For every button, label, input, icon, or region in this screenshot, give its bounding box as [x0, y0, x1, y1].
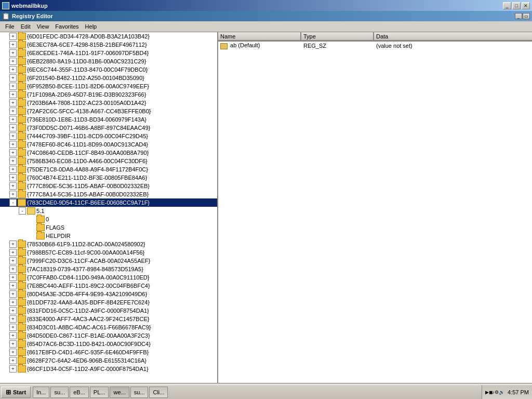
tree-item[interactable]: + {86CF1D34-0C5F-11D2-A9FC-0000F8754DA1} — [0, 365, 217, 373]
tree-expander[interactable]: + — [9, 49, 17, 57]
tree-expander[interactable]: + — [9, 265, 17, 273]
taskbar-item-3[interactable]: PL... — [90, 387, 109, 398]
tree-expander[interactable]: + — [9, 282, 17, 289]
tree-item[interactable]: + {834D3C01-A8BC-4DAC-AC61-F66B6678FAC9} — [0, 323, 217, 331]
tree-expander[interactable]: - — [9, 199, 17, 206]
tree-item[interactable]: + {71F1098A-2D69-45D7-B19E-D3B902323F66} — [0, 90, 217, 99]
tree-expander[interactable]: + — [9, 91, 17, 98]
tree-expander[interactable]: + — [9, 99, 17, 107]
tree-item[interactable]: + {777C89DE-5C36-11D5-ABAF-00B0D02332EB} — [0, 182, 217, 190]
tree-item[interactable]: + {73F0DD5C-D071-46B6-A8BF-897C84EAAC49} — [0, 124, 217, 132]
tree-expander[interactable]: + — [9, 33, 17, 40]
tree-expander[interactable]: + — [9, 182, 17, 190]
tree-expander[interactable]: + — [9, 290, 17, 298]
tree-expander[interactable]: + — [9, 166, 17, 173]
tree-item[interactable]: - 5.1 — [0, 207, 217, 215]
tree-expander[interactable]: + — [9, 241, 17, 248]
tree-item[interactable]: + {6E3EC78A-6CE7-4298-815B-21BEF4967112} — [0, 41, 217, 49]
tree-item[interactable]: + {74C08640-CEDB-11CF-8B49-00AA00B8A790} — [0, 149, 217, 157]
tree-expander[interactable]: + — [9, 307, 17, 314]
column-header-data[interactable]: Data — [374, 32, 532, 41]
tree-scroll[interactable]: + {6D01FEDC-8D34-4728-AD0B-B3A21A103B42}… — [0, 32, 217, 383]
tree-expander[interactable]: + — [9, 257, 17, 264]
tree-item[interactable]: + {7444C709-39BF-11D1-8CD9-00C04FC29D45} — [0, 132, 217, 140]
tree-item[interactable]: + {8628F27C-64A2-4ED6-906B-E6155314C16A} — [0, 356, 217, 365]
tree-item[interactable]: + {831FDD16-0C5C-11D2-A9FC-0000F8754DA1} — [0, 307, 217, 315]
tree-item[interactable]: + {8617E8FD-C4D1-46FC-935F-6E460D4F9FFB} — [0, 348, 217, 356]
tree-item[interactable]: + {7203B6A4-7808-11D2-AC23-00105A0D1A42} — [0, 99, 217, 107]
tree-item[interactable]: + {75DE71C8-0DA8-4A88-A9F4-84F1172B4F0C} — [0, 165, 217, 174]
minimize-button[interactable]: _ — [503, 2, 511, 9]
menu-favorites[interactable]: Favorites — [52, 22, 82, 31]
tree-expander[interactable]: + — [9, 324, 17, 331]
tree-expander[interactable]: + — [9, 141, 17, 148]
tree-expander[interactable]: + — [9, 332, 17, 339]
app-minimize-button[interactable]: _ — [515, 13, 522, 19]
tree-item[interactable]: + {854D7AC6-BC3D-11D0-B421-00A0C90F9DC4} — [0, 340, 217, 348]
menu-file[interactable]: File — [2, 22, 18, 31]
tree-item[interactable]: + {7AC18319-0739-4377-8984-848573D519A5} — [0, 265, 217, 273]
tree-expander[interactable]: + — [9, 274, 17, 281]
tree-item[interactable]: + {80D45A3E-3CD8-4FF4-9E99-43A2109049D6} — [0, 290, 217, 298]
tree-expander[interactable]: + — [9, 66, 17, 73]
tree-item[interactable]: + {78530B68-61F9-11D2-8CAD-00A024580902} — [0, 240, 217, 248]
menu-help[interactable]: Help — [82, 22, 100, 31]
tree-item[interactable]: - {783CD4E0-9D54-11CF-B6EE-00608CC9A71F} — [0, 198, 217, 207]
tree-expander[interactable]: + — [9, 249, 17, 256]
tree-item[interactable]: + {7C0FFAB0-CD84-11D0-949A-00A0C91110ED} — [0, 273, 217, 282]
menu-view[interactable]: View — [34, 22, 52, 31]
tree-item[interactable]: + {760C4B74-E211-11D2-BF3E-00805FBE84A6} — [0, 174, 217, 182]
tree-expander[interactable]: + — [9, 108, 17, 115]
tree-item[interactable]: + {6F201540-B482-11D2-A250-00104BD35090} — [0, 74, 217, 82]
tree-item[interactable]: + {736E810D-1E8E-11D3-BD34-0060979F143A} — [0, 115, 217, 124]
maximize-button[interactable]: □ — [512, 2, 521, 9]
tree-expander[interactable]: + — [9, 315, 17, 323]
tree-expander[interactable]: + — [9, 124, 17, 131]
tree-expander[interactable]: + — [9, 299, 17, 306]
app-restore-button[interactable]: ▭ — [523, 13, 530, 19]
taskbar-item-1[interactable]: su... — [50, 387, 69, 398]
column-header-type[interactable]: Type — [301, 32, 374, 41]
tree-expander[interactable]: - — [19, 207, 26, 215]
tree-item[interactable]: + {6F952B50-BCEE-11D1-82D6-00A0C9749EEF} — [0, 82, 217, 90]
tree-item[interactable]: + {84D50DE0-C867-11CF-B1AE-00AA00A3F2C3} — [0, 331, 217, 340]
tree-item[interactable]: + {6E8CEDE1-746A-11D1-91F7-006097DF5BD4} — [0, 49, 217, 57]
tree-item[interactable]: + {6EB22880-8A19-11D0-81B6-00A0C9231C29} — [0, 57, 217, 65]
tree-expander[interactable]: + — [9, 365, 17, 373]
tree-item[interactable]: + {833E4000-AFF7-4AC3-AAC2-9F24C1457BCE} — [0, 315, 217, 323]
tree-item[interactable]: + {7478EF60-8C46-11D1-8D99-00A0C913CAD4} — [0, 140, 217, 149]
tree-expander[interactable]: + — [9, 174, 17, 181]
tree-item[interactable]: + {72AF2C6C-5FCC-4138-A667-CC4B3EFFE0B0} — [0, 107, 217, 115]
tree-expander[interactable]: + — [9, 357, 17, 364]
tree-expander[interactable]: + — [9, 340, 17, 348]
taskbar-item-0[interactable]: In... — [33, 387, 49, 398]
tree-expander[interactable]: + — [9, 149, 17, 156]
tree-expander[interactable]: + — [9, 41, 17, 48]
tree-item[interactable]: FLAGS — [0, 223, 217, 232]
tree-expander[interactable]: + — [9, 157, 17, 165]
taskbar-item-4[interactable]: we... — [110, 387, 129, 398]
column-header-name[interactable]: Name — [218, 32, 301, 41]
close-button[interactable]: ✕ — [522, 2, 530, 9]
tree-item[interactable]: + {6D01FEDC-8D34-4728-AD0B-B3A21A103B42} — [0, 32, 217, 41]
taskbar-item-2[interactable]: eB... — [70, 387, 89, 398]
menu-edit[interactable]: Edit — [18, 22, 34, 31]
tree-expander[interactable]: + — [9, 58, 17, 65]
tree-item[interactable]: HELPDIR — [0, 232, 217, 240]
tree-item[interactable]: + {81DDF732-4AA8-4A35-BDFF-8B42EFE7C624} — [0, 298, 217, 307]
tree-expander[interactable]: + — [9, 74, 17, 82]
tree-item[interactable]: + {7988B57C-EC89-11cf-9C00-00AA00A14F56} — [0, 248, 217, 257]
start-button[interactable]: ⊞ Start — [1, 387, 31, 398]
list-row[interactable]: ab (Default) REG_SZ (value not set) — [218, 42, 532, 50]
tree-expander[interactable]: + — [9, 116, 17, 123]
tree-item[interactable]: + {7999FC20-D3C6-11CF-ACAB-00A024A55AEF} — [0, 257, 217, 265]
tree-expander[interactable]: + — [9, 349, 17, 356]
taskbar-item-6[interactable]: Cli... — [149, 387, 168, 398]
tree-item[interactable]: + {6EC6C744-355F-11D3-8470-00C04F79DBC0} — [0, 65, 217, 74]
tree-expander[interactable]: + — [9, 191, 17, 198]
taskbar-item-5[interactable]: su... — [130, 387, 149, 398]
tree-item[interactable]: + {7586B340-EC08-11D0-A466-00C04FC30DF6} — [0, 157, 217, 165]
tree-expander[interactable]: + — [9, 132, 17, 140]
tree-item[interactable]: + {7E8BC440-AEFF-11D1-89C2-00C04FB6BFC4} — [0, 282, 217, 290]
tree-item[interactable]: 0 — [0, 215, 217, 223]
